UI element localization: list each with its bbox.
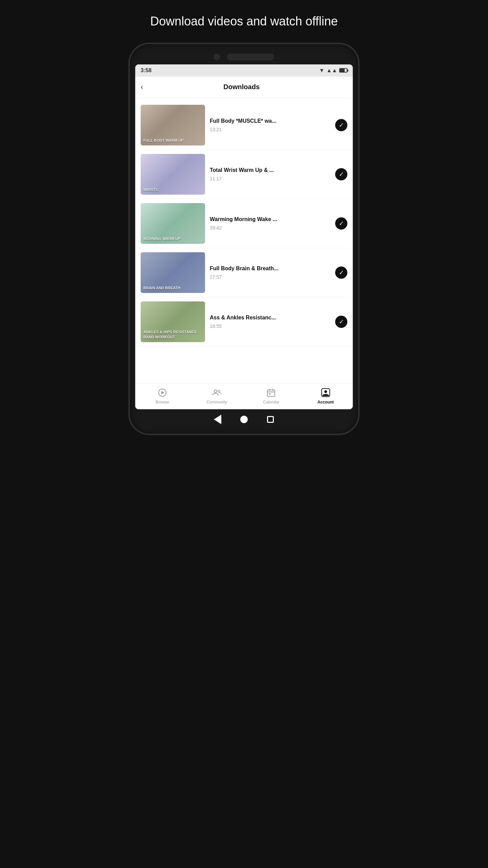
hero-title: Download videos and watch offline: [130, 14, 358, 29]
video-info: Total Wrist Warm Up & ... 11:17: [205, 167, 335, 181]
video-duration: 18:55: [210, 323, 330, 329]
screen-title: Downloads: [146, 83, 337, 91]
nav-item-calendar[interactable]: Calendar: [244, 387, 299, 405]
status-bar: 3:58 ▼ ▲▲: [135, 64, 353, 77]
video-list-item[interactable]: MORNING WARM UP Warming Morning Wake ...…: [135, 199, 353, 248]
svg-point-2: [214, 390, 217, 393]
battery-icon: [339, 68, 347, 73]
account-icon: [320, 387, 331, 398]
download-check-icon[interactable]: ✓: [335, 217, 347, 230]
download-check-icon[interactable]: ✓: [335, 119, 347, 131]
status-time: 3:58: [141, 67, 151, 74]
video-duration: 13:21: [210, 127, 330, 132]
svg-rect-4: [267, 390, 275, 396]
download-check-icon[interactable]: ✓: [335, 316, 347, 328]
video-title: Ass & Ankles Resistanc...: [210, 314, 330, 321]
phone-top-bar: [135, 54, 353, 60]
app-header: ‹ Downloads: [135, 77, 353, 98]
calendar-icon: [265, 387, 277, 398]
phone-speaker: [227, 54, 274, 60]
video-info: Warming Morning Wake ... 39:42: [205, 216, 335, 231]
video-list-item[interactable]: FULL BODY WARM UP Full Body *MUSCLE* wa.…: [135, 101, 353, 150]
video-list: FULL BODY WARM UP Full Body *MUSCLE* wa.…: [135, 98, 353, 349]
checkmark-icon: ✓: [339, 121, 344, 129]
video-info: Ass & Ankles Resistanc... 18:55: [205, 314, 335, 329]
system-recents-button[interactable]: [266, 415, 275, 424]
thumb-label: ANKLES & HIPS RESISTANCE BAND WORKOUT: [143, 330, 202, 339]
thumb-label: FULL BODY WARM UP: [143, 138, 184, 143]
status-icons: ▼ ▲▲: [319, 67, 347, 74]
video-title: Full Body *MUSCLE* wa...: [210, 118, 330, 125]
svg-point-10: [324, 390, 327, 393]
browse-icon: [157, 387, 168, 398]
video-list-item[interactable]: BRAIN AND BREATH Full Body Brain & Breat…: [135, 248, 353, 297]
phone-camera: [214, 54, 220, 60]
video-thumbnail: BRAIN AND BREATH: [141, 252, 205, 293]
video-list-item[interactable]: WRISTS Total Wrist Warm Up & ... 11:17 ✓: [135, 150, 353, 199]
back-button[interactable]: ‹: [141, 81, 146, 93]
svg-marker-1: [161, 391, 164, 394]
video-thumbnail: FULL BODY WARM UP: [141, 105, 205, 145]
phone-screen: 3:58 ▼ ▲▲ ‹ Downloads FULL BODY WARM UP …: [135, 64, 353, 409]
checkmark-icon: ✓: [339, 220, 344, 227]
svg-rect-8: [269, 393, 270, 395]
thumb-label: MORNING WARM UP: [143, 236, 180, 241]
nav-item-community[interactable]: Community: [190, 387, 244, 405]
video-duration: 11:17: [210, 176, 330, 181]
nav-item-account[interactable]: Account: [299, 387, 353, 405]
system-home-button[interactable]: [239, 415, 249, 424]
video-info: Full Body Brain & Breath... 27:57: [205, 265, 335, 280]
video-thumbnail: ANKLES & HIPS RESISTANCE BAND WORKOUT: [141, 301, 205, 342]
nav-label-account: Account: [318, 400, 334, 405]
video-list-item[interactable]: ANKLES & HIPS RESISTANCE BAND WORKOUT As…: [135, 297, 353, 347]
video-thumbnail: WRISTS: [141, 154, 205, 195]
video-title: Warming Morning Wake ...: [210, 216, 330, 223]
nav-label-community: Community: [206, 400, 227, 405]
video-title: Total Wrist Warm Up & ...: [210, 167, 330, 174]
nav-label-calendar: Calendar: [263, 400, 280, 405]
system-back-button[interactable]: [213, 415, 222, 424]
wifi-icon: ▼: [319, 67, 324, 74]
download-check-icon[interactable]: ✓: [335, 267, 347, 279]
video-thumbnail: MORNING WARM UP: [141, 203, 205, 244]
checkmark-icon: ✓: [339, 318, 344, 326]
svg-point-3: [218, 390, 220, 392]
phone-device: 3:58 ▼ ▲▲ ‹ Downloads FULL BODY WARM UP …: [129, 43, 359, 435]
thumb-label: WRISTS: [143, 187, 158, 192]
video-title: Full Body Brain & Breath...: [210, 265, 330, 272]
phone-nav-buttons: [135, 415, 353, 424]
bottom-nav: Browse Community Calendar Account: [135, 383, 353, 409]
download-check-icon[interactable]: ✓: [335, 168, 347, 180]
checkmark-icon: ✓: [339, 269, 344, 276]
thumb-label: BRAIN AND BREATH: [143, 285, 180, 290]
community-icon: [211, 387, 223, 398]
nav-item-browse[interactable]: Browse: [135, 387, 190, 405]
signal-icon: ▲▲: [326, 67, 337, 74]
nav-label-browse: Browse: [156, 400, 169, 405]
video-duration: 39:42: [210, 225, 330, 231]
video-info: Full Body *MUSCLE* wa... 13:21: [205, 118, 335, 132]
checkmark-icon: ✓: [339, 171, 344, 178]
video-duration: 27:57: [210, 274, 330, 280]
content-spacer: [135, 349, 353, 383]
